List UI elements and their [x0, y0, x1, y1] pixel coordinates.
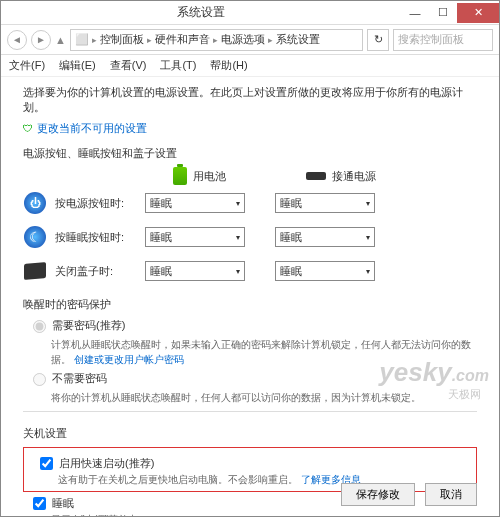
- col-battery-label: 用电池: [193, 169, 226, 184]
- intro-text: 选择要为你的计算机设置的电源设置。在此页上对设置所做的更改将应用于你所有的电源计…: [23, 85, 477, 115]
- chevron-down-icon: ▾: [236, 199, 240, 208]
- row-power-button: ⏻ 按电源按钮时: 睡眠▾ 睡眠▾: [23, 191, 477, 215]
- col-plugged-label: 接通电源: [332, 169, 376, 184]
- power-battery-select[interactable]: 睡眠▾: [145, 193, 245, 213]
- window-controls: — ☐ ✕: [401, 3, 499, 23]
- wake-section: 唤醒时的密码保护 需要密码(推荐) 计算机从睡眠状态唤醒时，如果未输入正确的密码…: [23, 297, 477, 405]
- no-password-desc: 将你的计算机从睡眠状态唤醒时，任何人都可以访问你的数据，因为计算机未锁定。: [51, 390, 477, 405]
- control-panel-icon: ⬜: [75, 33, 89, 46]
- sleep-option-checkbox[interactable]: [33, 497, 46, 510]
- shutdown-title: 关机设置: [23, 426, 477, 441]
- power-button-icon: ⏻: [23, 191, 47, 215]
- refresh-button[interactable]: ↻: [367, 29, 389, 51]
- plug-icon: [306, 172, 326, 180]
- radio-require-password-input[interactable]: [33, 320, 46, 333]
- minimize-button[interactable]: —: [401, 3, 429, 23]
- nav-forward-button[interactable]: ►: [31, 30, 51, 50]
- menubar: 文件(F) 编辑(E) 查看(V) 工具(T) 帮助(H): [1, 55, 499, 77]
- sleep-option-label: 睡眠: [52, 496, 74, 511]
- radio-require-password: 需要密码(推荐): [33, 318, 477, 333]
- titlebar: 系统设置 — ☐ ✕: [1, 1, 499, 25]
- change-settings-link[interactable]: 更改当前不可用的设置: [23, 121, 477, 136]
- menu-edit[interactable]: 编辑(E): [59, 58, 96, 73]
- cancel-button[interactable]: 取消: [425, 483, 477, 506]
- require-password-desc: 计算机从睡眠状态唤醒时，如果未输入正确的密码来解除计算机锁定，任何人都无法访问你…: [51, 337, 477, 367]
- maximize-button[interactable]: ☐: [429, 3, 457, 23]
- window-title: 系统设置: [1, 4, 401, 21]
- radio-no-password-label: 不需要密码: [52, 371, 107, 386]
- row-lid: 关闭盖子时: 睡眠▾ 睡眠▾: [23, 259, 477, 283]
- menu-tools[interactable]: 工具(T): [160, 58, 196, 73]
- col-battery: 用电池: [173, 167, 226, 185]
- fast-startup-row: 启用快速启动(推荐): [40, 456, 470, 471]
- lid-battery-select[interactable]: 睡眠▾: [145, 261, 245, 281]
- close-button[interactable]: ✕: [457, 3, 499, 23]
- sleep-option-desc: 显示在"电源"菜单中。: [51, 513, 477, 516]
- bc-item-2[interactable]: 电源选项: [221, 32, 265, 47]
- content-pane: 选择要为你的计算机设置的电源设置。在此页上对设置所做的更改将应用于你所有的电源计…: [1, 77, 499, 516]
- battery-icon: [173, 167, 187, 185]
- radio-no-password-input[interactable]: [33, 373, 46, 386]
- row-lid-label: 关闭盖子时:: [55, 264, 145, 279]
- sleep-battery-select[interactable]: 睡眠▾: [145, 227, 245, 247]
- radio-no-password: 不需要密码: [33, 371, 477, 386]
- action-buttons: 保存修改 取消: [341, 483, 477, 506]
- section-buttons-title: 电源按钮、睡眠按钮和盖子设置: [23, 146, 477, 161]
- menu-view[interactable]: 查看(V): [110, 58, 147, 73]
- nav-toolbar: ◄ ► ▲ ⬜ ▸ 控制面板 ▸ 硬件和声音 ▸ 电源选项 ▸ 系统设置 ↻ 搜…: [1, 25, 499, 55]
- bc-item-0[interactable]: 控制面板: [100, 32, 144, 47]
- chevron-down-icon: ▾: [366, 267, 370, 276]
- radio-require-password-label: 需要密码(推荐): [52, 318, 125, 333]
- lid-plugged-select[interactable]: 睡眠▾: [275, 261, 375, 281]
- wake-title: 唤醒时的密码保护: [23, 297, 477, 312]
- create-password-link[interactable]: 创建或更改用户帐户密码: [74, 354, 184, 365]
- power-plugged-select[interactable]: 睡眠▾: [275, 193, 375, 213]
- bc-item-1[interactable]: 硬件和声音: [155, 32, 210, 47]
- sleep-button-icon: ☾: [23, 225, 47, 249]
- nav-back-button[interactable]: ◄: [7, 30, 27, 50]
- divider: [23, 411, 477, 412]
- chevron-right-icon: ▸: [92, 35, 97, 45]
- bc-item-3[interactable]: 系统设置: [276, 32, 320, 47]
- column-headers: 用电池 接通电源: [173, 167, 477, 185]
- search-input[interactable]: 搜索控制面板: [393, 29, 493, 51]
- chevron-down-icon: ▾: [366, 199, 370, 208]
- row-sleep-button: ☾ 按睡眠按钮时: 睡眠▾ 睡眠▾: [23, 225, 477, 249]
- save-button[interactable]: 保存修改: [341, 483, 415, 506]
- row-power-label: 按电源按钮时:: [55, 196, 145, 211]
- fast-startup-label: 启用快速启动(推荐): [59, 456, 154, 471]
- nav-up-icon[interactable]: ▲: [55, 34, 66, 46]
- row-sleep-label: 按睡眠按钮时:: [55, 230, 145, 245]
- window: 系统设置 — ☐ ✕ ◄ ► ▲ ⬜ ▸ 控制面板 ▸ 硬件和声音 ▸ 电源选项…: [0, 0, 500, 517]
- chevron-down-icon: ▾: [236, 267, 240, 276]
- chevron-right-icon: ▸: [268, 35, 273, 45]
- fast-startup-checkbox[interactable]: [40, 457, 53, 470]
- chevron-right-icon: ▸: [213, 35, 218, 45]
- chevron-down-icon: ▾: [236, 233, 240, 242]
- menu-file[interactable]: 文件(F): [9, 58, 45, 73]
- chevron-down-icon: ▾: [366, 233, 370, 242]
- col-plugged: 接通电源: [306, 167, 376, 185]
- sleep-plugged-select[interactable]: 睡眠▾: [275, 227, 375, 247]
- breadcrumb[interactable]: ⬜ ▸ 控制面板 ▸ 硬件和声音 ▸ 电源选项 ▸ 系统设置: [70, 29, 363, 51]
- search-placeholder: 搜索控制面板: [398, 32, 464, 47]
- menu-help[interactable]: 帮助(H): [210, 58, 247, 73]
- chevron-right-icon: ▸: [147, 35, 152, 45]
- lid-icon: [23, 259, 47, 283]
